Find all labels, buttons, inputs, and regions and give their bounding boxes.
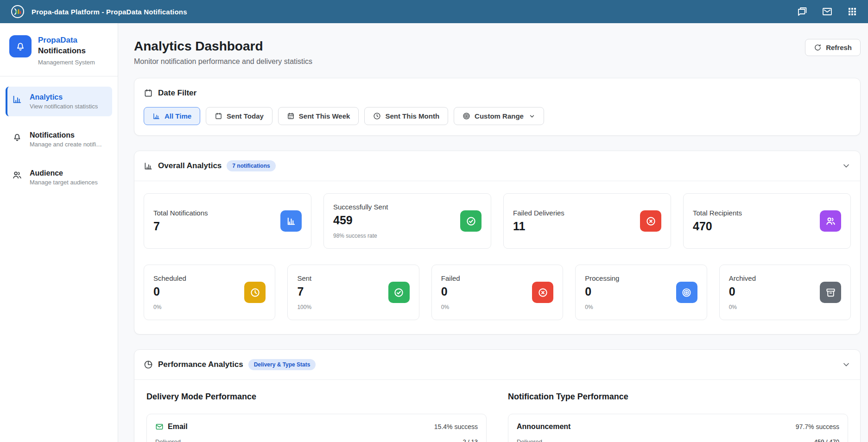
main-content: Analytics Dashboard Monitor notification… [118,23,868,442]
bar-chart-icon [152,112,160,120]
refresh-icon [814,44,822,51]
refresh-button[interactable]: Refresh [805,39,861,56]
sidebar-item-description: Manage target audiences [30,179,98,186]
chevron-down-icon[interactable] [842,360,851,369]
people-icon [12,170,23,181]
sidebar-item-audience[interactable]: Audience Manage target audiences [6,163,112,192]
stat-note: 0% [153,304,186,310]
stat-card-failed: Failed 0 0% [431,265,563,320]
filter-sent-this-week-button[interactable]: Sent This Week [278,107,359,125]
stat-label: Total Recipients [693,209,742,217]
chevron-down-icon[interactable] [842,161,851,170]
calendar-days-icon [287,112,295,120]
stat-card-processing: Processing 0 0% [575,265,707,320]
pie-chart-icon [144,360,153,369]
stat-label: Failed Deliveries [513,209,564,217]
bell-icon [9,35,32,57]
page-title: Analytics Dashboard [134,39,312,54]
stat-card-total-recipients: Total Recipients 470 [683,193,851,249]
primary-stats-row: Total Notifications 7 Successfully Sent … [134,181,860,253]
sidebar-item-notifications[interactable]: Notifications Manage and create notifica… [6,125,112,154]
sidebar-item-analytics[interactable]: Analytics View notification statistics [6,87,112,116]
sidebar-item-label: Analytics [30,93,98,101]
filter-sent-this-month-button[interactable]: Sent This Month [364,107,448,125]
stat-value: 0 [729,285,756,298]
apps-grid-icon[interactable] [847,6,858,17]
metric-name-label: Announcement [517,423,570,431]
stat-label: Scheduled [153,274,186,282]
chevron-down-icon [529,113,535,120]
mail-icon[interactable] [822,6,833,17]
people-icon [820,210,841,232]
filter-sent-today-button[interactable]: Sent Today [206,107,272,125]
page-subtitle: Monitor notification performance and del… [134,57,312,66]
sidebar: PropaData Notifications Management Syste… [0,23,118,442]
metric-card-email: Email 15.4% success Delivered 2 / 13 [146,414,487,442]
stat-value: 0 [441,285,460,298]
stat-value: 470 [693,220,742,233]
bell-icon [12,132,23,143]
stat-label: Processing [585,274,619,282]
stat-note: 0% [585,304,619,310]
sidebar-item-label: Audience [30,169,98,177]
x-circle-icon [532,282,553,303]
bar-chart-icon [144,161,153,170]
sidebar-nav: Analytics View notification statistics N… [0,87,118,192]
filter-button-label: Sent This Month [385,112,439,120]
stat-card-failed-deliveries: Failed Deliveries 11 [503,193,671,249]
brand-product: Notifications [38,46,95,57]
filter-button-label: Custom Range [475,112,524,120]
sidebar-item-label: Notifications [30,131,104,139]
stat-note: 100% [297,304,311,310]
stat-label: Sent [297,274,311,282]
delivery-mode-performance-panel: Delivery Mode Performance Email 15.4% su… [146,392,487,442]
date-filter-card: Date Filter All Time Sent Today Sent Thi… [134,78,861,136]
status-stats-row: Scheduled 0 0% Sent 7 100% [134,253,860,334]
stat-note: 0% [729,304,756,310]
metric-delivered-label: Delivered [517,438,542,442]
date-filter-buttons: All Time Sent Today Sent This Week Sent … [144,107,851,125]
stat-card-scheduled: Scheduled 0 0% [144,265,275,320]
calendar-icon [144,88,153,98]
performance-analytics-card: Performance Analytics Delivery & Type St… [134,349,861,442]
bar-chart-icon [12,94,23,105]
metric-card-announcement: Announcement 97.7% success Delivered 459… [508,414,848,442]
filter-custom-range-button[interactable]: Custom Range [454,107,544,125]
calendar-icon [215,112,222,120]
stat-label: Archived [729,274,756,282]
stat-card-sent: Sent 7 100% [287,265,419,320]
brand-name: PropaData [38,35,95,46]
brand: PropaData Notifications Management Syste… [0,23,118,69]
sidebar-item-description: Manage and create notificat… [30,141,104,148]
stat-card-successfully-sent: Successfully Sent 459 98% success rate [323,193,491,249]
brand-tagline: Management System [38,59,95,66]
performance-badge: Delivery & Type Stats [248,359,316,370]
chat-icon[interactable] [797,6,808,17]
filter-button-label: Sent This Week [299,112,350,120]
stat-label: Failed [441,274,460,282]
performance-analytics-title: Performance Analytics [158,360,243,369]
app-logo-icon [10,4,25,19]
metric-name-label: Email [168,423,188,431]
overall-analytics-card: Overall Analytics 7 notifications Total … [134,151,861,335]
panel-title: Notification Type Performance [508,392,848,402]
stat-value: 459 [333,214,388,227]
bar-chart-icon [280,210,302,232]
notification-count-badge: 7 notifications [227,160,275,171]
metric-success-rate: 97.7% success [796,423,839,430]
notification-type-performance-panel: Notification Type Performance Announceme… [508,392,848,442]
target-icon [463,112,470,120]
archive-icon [820,282,841,303]
filter-all-time-button[interactable]: All Time [144,107,200,125]
metric-delivered-value: 2 / 13 [463,438,478,442]
metric-delivered-value: 459 / 470 [814,438,839,442]
refresh-label: Refresh [826,44,852,51]
target-icon [676,282,697,303]
filter-button-label: Sent Today [227,112,264,120]
stat-note: 0% [441,304,460,310]
stat-value: 11 [513,220,564,233]
envelope-icon [155,423,164,431]
sidebar-divider [0,76,118,76]
check-circle-icon [388,282,410,303]
stat-value: 0 [585,285,619,298]
